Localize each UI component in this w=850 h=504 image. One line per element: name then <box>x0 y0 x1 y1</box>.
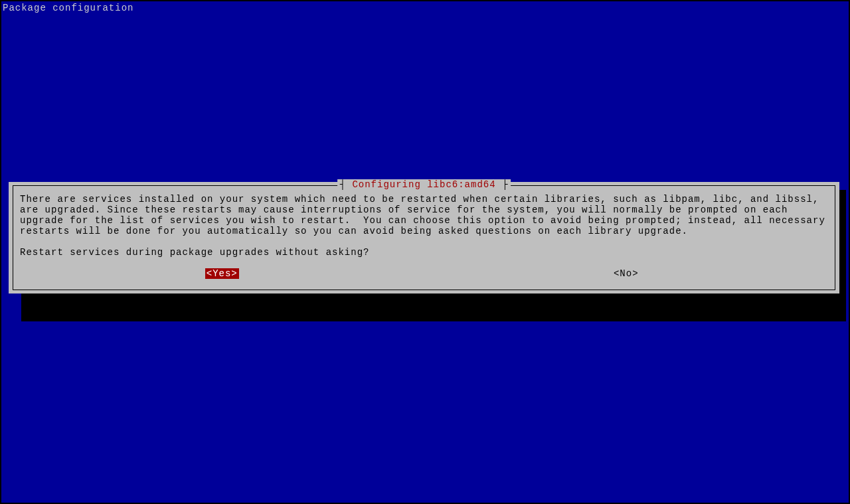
dialog-border: Configuring libc6:amd64 There are servic… <box>13 185 835 290</box>
no-button[interactable]: <No> <box>612 268 640 279</box>
dialog-question: Restart services during package upgrades… <box>20 247 828 258</box>
dialog-title: Configuring libc6:amd64 <box>337 179 511 190</box>
dialog-buttons-row: <Yes> <No> <box>20 268 828 279</box>
page-title: Package configuration <box>1 1 849 15</box>
config-dialog: Configuring libc6:amd64 There are servic… <box>9 182 839 294</box>
yes-button[interactable]: <Yes> <box>205 268 239 279</box>
dialog-body-text: There are services installed on your sys… <box>20 194 828 236</box>
terminal-screen: Package configuration Configuring libc6:… <box>1 1 849 503</box>
